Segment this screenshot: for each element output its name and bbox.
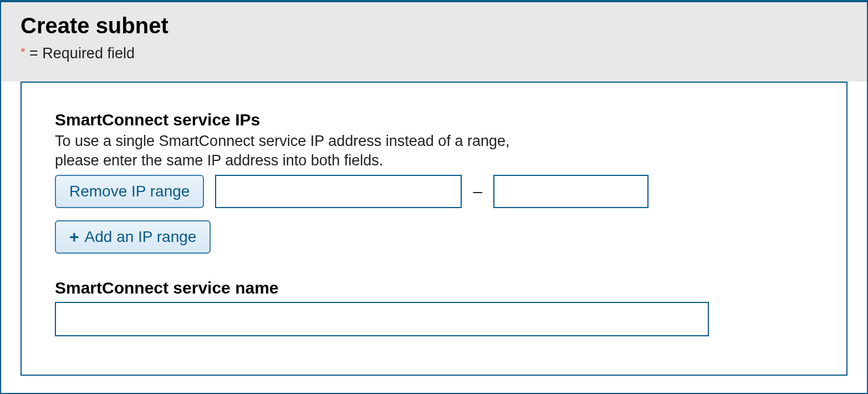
remove-ip-range-button[interactable]: Remove IP range	[55, 175, 204, 208]
smartconnect-name-input[interactable]	[55, 302, 709, 336]
ip-range-dash: –	[473, 182, 482, 201]
dialog-header: Create subnet * = Required field	[1, 2, 867, 82]
desc-line-1: To use a single SmartConnect service IP …	[55, 133, 509, 149]
plus-icon: +	[69, 229, 79, 245]
add-ip-range-row: + Add an IP range	[55, 220, 813, 254]
add-ip-range-button[interactable]: + Add an IP range	[55, 220, 211, 254]
required-field-note: * = Required field	[21, 45, 847, 62]
required-asterisk: *	[21, 45, 25, 59]
ip-range-start-input[interactable]	[215, 175, 462, 208]
form-panel: SmartConnect service IPs To use a single…	[21, 82, 847, 376]
dialog-frame: Create subnet * = Required field SmartCo…	[0, 0, 868, 394]
smartconnect-ips-heading: SmartConnect service IPs	[55, 110, 813, 129]
smartconnect-ips-description: To use a single SmartConnect service IP …	[55, 132, 813, 170]
ip-range-end-input[interactable]	[493, 175, 649, 208]
desc-line-2: please enter the same IP address into bo…	[55, 152, 383, 169]
ip-range-row: Remove IP range –	[55, 175, 813, 208]
page-title: Create subnet	[21, 13, 847, 38]
add-ip-range-label: Add an IP range	[85, 228, 197, 246]
required-text: = Required field	[25, 45, 135, 62]
smartconnect-name-label: SmartConnect service name	[55, 279, 813, 297]
